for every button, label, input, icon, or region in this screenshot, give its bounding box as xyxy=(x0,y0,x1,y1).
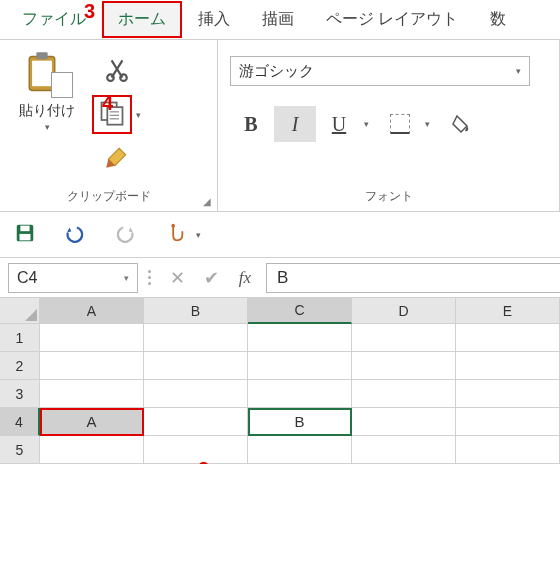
name-box-value: C4 xyxy=(17,269,37,287)
cell-d4[interactable] xyxy=(352,408,456,436)
bold-button[interactable]: B xyxy=(230,106,272,142)
row-header-3[interactable]: 3 xyxy=(0,380,40,408)
font-name-value: 游ゴシック xyxy=(239,62,314,81)
tab-insert[interactable]: 挿入 xyxy=(182,1,246,38)
clipboard-launcher-icon[interactable]: ◢ xyxy=(203,196,211,207)
group-font: 游ゴシック ▾ B I U ▾ ▾ フ xyxy=(218,40,560,211)
cell-a5[interactable] xyxy=(40,436,144,464)
svg-rect-12 xyxy=(20,234,31,240)
cell-a4[interactable]: A xyxy=(40,408,144,436)
row-header-4[interactable]: 4 xyxy=(0,408,40,436)
cell-a2[interactable] xyxy=(40,352,144,380)
cell-d3[interactable] xyxy=(352,380,456,408)
svg-point-3 xyxy=(107,74,114,81)
italic-button[interactable]: I xyxy=(274,106,316,142)
ribbon-content: 貼り付け ▾ ▾ xyxy=(0,40,560,212)
border-button[interactable] xyxy=(379,106,421,142)
cell-c1[interactable] xyxy=(248,324,352,352)
svg-point-13 xyxy=(171,224,175,228)
undo-button[interactable] xyxy=(64,222,86,247)
col-header-d[interactable]: D xyxy=(352,298,456,324)
fx-label[interactable]: fx xyxy=(228,268,262,288)
cell-b4[interactable] xyxy=(144,408,248,436)
cell-e5[interactable] xyxy=(456,436,560,464)
group-clipboard: 貼り付け ▾ ▾ xyxy=(0,40,218,211)
svg-rect-11 xyxy=(20,226,29,232)
chevron-down-icon: ▾ xyxy=(516,66,521,76)
border-icon xyxy=(390,114,410,134)
paste-label: 貼り付け xyxy=(19,102,75,120)
col-header-e[interactable]: E xyxy=(456,298,560,324)
font-name-dropdown[interactable]: 游ゴシック ▾ xyxy=(230,56,530,86)
annotation-3: 3 xyxy=(84,0,95,23)
col-header-b[interactable]: B xyxy=(144,298,248,324)
cell-c2[interactable] xyxy=(248,352,352,380)
redo-button[interactable] xyxy=(114,222,136,247)
select-all-corner[interactable] xyxy=(0,298,40,324)
cell-b1[interactable] xyxy=(144,324,248,352)
name-box-dropdown-icon: ▾ xyxy=(124,273,129,283)
cell-c3[interactable] xyxy=(248,380,352,408)
cell-e2[interactable] xyxy=(456,352,560,380)
cell-e3[interactable] xyxy=(456,380,560,408)
cell-b5[interactable] xyxy=(144,436,248,464)
cell-a1[interactable] xyxy=(40,324,144,352)
formula-separator xyxy=(144,263,154,293)
copy-dropdown-icon[interactable]: ▾ xyxy=(136,110,141,120)
tab-formulas[interactable]: 数 xyxy=(474,1,522,38)
cut-button[interactable] xyxy=(104,56,130,85)
paste-icon xyxy=(25,52,69,96)
format-painter-button[interactable] xyxy=(104,144,130,173)
svg-point-4 xyxy=(120,74,127,81)
clipboard-group-label: クリップボード xyxy=(8,188,209,209)
underline-button[interactable]: U xyxy=(318,106,360,142)
save-button[interactable] xyxy=(14,222,36,247)
formula-bar: C4 ▾ ✕ ✔ fx B xyxy=(0,258,560,298)
annotation-2: 2 xyxy=(198,458,209,464)
border-dropdown-icon[interactable]: ▾ xyxy=(425,119,430,129)
annotation-1: 1 xyxy=(6,460,17,464)
name-box[interactable]: C4 ▾ xyxy=(8,263,138,293)
cell-c4[interactable]: B xyxy=(248,408,352,436)
quick-access-toolbar: ▾ xyxy=(0,212,560,258)
cell-e4[interactable] xyxy=(456,408,560,436)
cell-e1[interactable] xyxy=(456,324,560,352)
paste-dropdown-icon[interactable]: ▾ xyxy=(45,122,50,132)
annotation-4: 4 xyxy=(102,92,113,115)
paste-button[interactable]: 貼り付け ▾ xyxy=(8,50,86,132)
cancel-formula-button[interactable]: ✕ xyxy=(160,263,194,293)
tab-draw[interactable]: 描画 xyxy=(246,1,310,38)
tab-home[interactable]: ホーム xyxy=(102,1,182,38)
cell-d1[interactable] xyxy=(352,324,456,352)
worksheet-grid[interactable]: A B C D E 1 2 3 4 A B 5 xyxy=(0,298,560,464)
cell-b3[interactable] xyxy=(144,380,248,408)
qat-dropdown-icon[interactable]: ▾ xyxy=(196,230,201,240)
touch-mode-button[interactable] xyxy=(164,222,186,247)
row-header-2[interactable]: 2 xyxy=(0,352,40,380)
font-group-label: フォント xyxy=(230,188,547,209)
cell-c5[interactable] xyxy=(248,436,352,464)
row-header-1[interactable]: 1 xyxy=(0,324,40,352)
enter-formula-button[interactable]: ✔ xyxy=(194,263,228,293)
svg-rect-1 xyxy=(36,52,47,59)
formula-input[interactable]: B xyxy=(266,263,560,293)
fill-color-button[interactable] xyxy=(440,106,482,142)
cell-d2[interactable] xyxy=(352,352,456,380)
col-header-a[interactable]: A xyxy=(40,298,144,324)
cell-d5[interactable] xyxy=(352,436,456,464)
svg-rect-2 xyxy=(32,61,52,87)
col-header-c[interactable]: C xyxy=(248,298,352,324)
fill-icon xyxy=(451,114,471,134)
formula-input-value: B xyxy=(277,268,288,288)
tab-page-layout[interactable]: ページ レイアウト xyxy=(310,1,474,38)
underline-dropdown-icon[interactable]: ▾ xyxy=(364,119,369,129)
cell-a3[interactable] xyxy=(40,380,144,408)
cell-b2[interactable] xyxy=(144,352,248,380)
